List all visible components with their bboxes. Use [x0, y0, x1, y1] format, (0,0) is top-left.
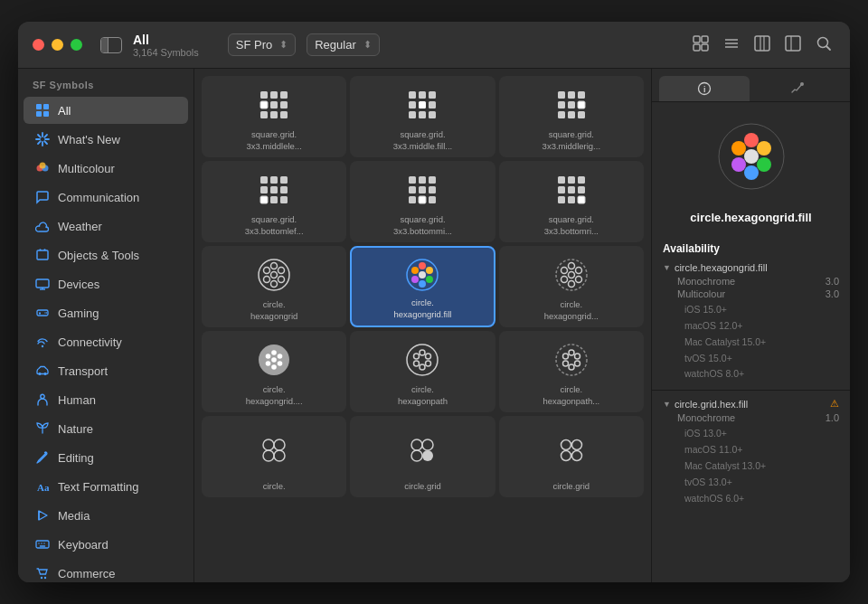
communication-label: Communication: [58, 191, 139, 204]
sidebar-item-objects-tools[interactable]: Objects & Tools: [24, 241, 188, 269]
sq-bottomleft-name: square.grid.3x3.bottomlef...: [245, 214, 304, 237]
sidebar-item-gaming[interactable]: Gaming: [24, 299, 188, 326]
sq-middleright-icon: [503, 83, 640, 126]
sidebar-item-editing[interactable]: Editing: [24, 444, 188, 471]
svg-rect-102: [568, 186, 575, 193]
symbol-cell-hex-small[interactable]: circle.hexagongrid....: [202, 331, 346, 412]
communication-icon: [34, 189, 51, 205]
svg-point-150: [569, 364, 574, 370]
svg-rect-72: [568, 91, 575, 99]
sidebar-item-human[interactable]: Human: [24, 386, 188, 413]
svg-rect-60: [270, 111, 278, 118]
symbol-cell-hexpath2[interactable]: circle.hexagonpath...: [499, 331, 644, 412]
svg-rect-73: [578, 91, 585, 99]
sidebar-item-all[interactable]: All: [24, 97, 188, 124]
grid-view-icon[interactable]: [689, 32, 712, 59]
detail-group-1-header[interactable]: ▼ circle.hexagongrid.fill: [663, 260, 839, 275]
svg-point-137: [266, 354, 271, 359]
symbol-cell-four-circles-fill[interactable]: circle.grid: [350, 416, 495, 497]
four-circles-fill-icon: [354, 423, 491, 477]
minimize-button[interactable]: [52, 39, 63, 51]
symbol-cell-hex-outline2[interactable]: circle.hexagongrid...: [499, 246, 644, 327]
gaming-icon: [34, 305, 51, 321]
symbol-cell-sq-middleleft[interactable]: square.grid.3x3.middlele...: [202, 76, 346, 157]
svg-rect-87: [270, 196, 278, 203]
human-icon: [34, 392, 51, 408]
svg-point-35: [46, 312, 47, 313]
symbol-cell-hexpath[interactable]: circle.hexagonpath: [350, 331, 495, 412]
svg-point-151: [562, 361, 568, 366]
sidebar-item-keyboard[interactable]: Keyboard: [24, 531, 188, 558]
symbol-cell-sq-bottomright[interactable]: square.grid.3x3.bottomri...: [499, 161, 644, 242]
svg-point-108: [271, 262, 278, 269]
detail-group-2-header[interactable]: ▼ circle.grid.hex.fill ⚠: [663, 396, 839, 411]
svg-text:Aa: Aa: [37, 482, 50, 493]
whats-new-icon: [34, 131, 51, 147]
detail-group2-mono-version: 1.0: [826, 412, 839, 423]
sidebar-item-text-formatting[interactable]: Aa Text Formatting: [24, 473, 188, 500]
symbol-cell-hex-outline[interactable]: circle.hexagongrid: [202, 246, 346, 327]
svg-rect-81: [270, 176, 278, 184]
sidebar-item-multicolour[interactable]: Multicolour: [24, 155, 188, 182]
symbol-cell-hex-fill[interactable]: circle.hexagongrid.fill: [350, 246, 495, 327]
svg-point-113: [264, 267, 270, 273]
detail-tab-customize[interactable]: [753, 76, 844, 101]
svg-point-134: [278, 361, 283, 366]
watchos2-version: watchOS 6.0+: [684, 491, 839, 507]
svg-point-161: [561, 439, 571, 449]
svg-rect-29: [36, 279, 49, 288]
svg-point-135: [271, 364, 277, 370]
svg-point-120: [411, 276, 419, 283]
svg-rect-83: [260, 186, 268, 193]
svg-point-175: [744, 149, 759, 164]
sidebar-view-icon[interactable]: [781, 32, 805, 59]
sidebar-item-connectivity[interactable]: Connectivity: [24, 328, 188, 355]
symbol-cell-four-circles-outline[interactable]: circle.grid: [499, 416, 644, 497]
sidebar-item-nature[interactable]: Nature: [24, 415, 188, 442]
devices-icon: [34, 276, 51, 292]
text-formatting-icon: Aa: [34, 478, 51, 495]
svg-rect-17: [43, 111, 49, 117]
sidebar-toggle-button[interactable]: [100, 37, 122, 53]
svg-point-138: [271, 357, 277, 363]
sidebar-item-transport[interactable]: Transport: [24, 357, 188, 384]
sidebar-item-whats-new[interactable]: What's New: [24, 126, 188, 153]
svg-point-136: [266, 361, 271, 366]
list-view-icon[interactable]: [720, 32, 743, 59]
svg-point-132: [271, 350, 277, 355]
sidebar-item-communication[interactable]: Communication: [24, 184, 188, 211]
weight-selector[interactable]: Regular ⬍: [307, 33, 380, 56]
font-selector[interactable]: SF Pro ⬍: [228, 33, 296, 56]
svg-point-140: [420, 350, 425, 355]
detail-tab-info[interactable]: i: [659, 76, 750, 101]
maximize-button[interactable]: [71, 39, 82, 51]
svg-rect-10: [786, 36, 800, 51]
sidebar-item-commerce[interactable]: Commerce: [24, 560, 188, 582]
svg-line-24: [44, 135, 47, 137]
symbol-cell-sq-bottomleft[interactable]: square.grid.3x3.bottomlef...: [202, 161, 346, 242]
svg-rect-90: [419, 176, 426, 184]
sidebar-item-media[interactable]: Media: [24, 502, 188, 529]
sidebar-item-weather[interactable]: Weather: [24, 212, 188, 240]
symbol-cell-sq-middlefill[interactable]: square.grid.3x3.middle.fill...: [350, 76, 495, 157]
group2-chevron-icon: ▼: [663, 400, 671, 409]
svg-rect-82: [280, 176, 288, 184]
svg-rect-57: [270, 101, 278, 109]
symbol-cell-sq-bottommid[interactable]: square.grid.3x3.bottommi...: [350, 161, 495, 242]
close-button[interactable]: [33, 39, 44, 51]
svg-point-145: [414, 354, 420, 359]
symbol-cell-sq-middleright[interactable]: square.grid.3x3.middlerig...: [499, 76, 644, 157]
svg-rect-56: [260, 101, 268, 109]
svg-rect-76: [578, 101, 585, 109]
svg-point-141: [426, 354, 431, 359]
hex-fill-name: circle.hexagongrid.fill: [394, 297, 452, 320]
svg-rect-15: [43, 104, 49, 109]
search-icon[interactable]: [812, 32, 835, 59]
svg-point-164: [571, 450, 581, 460]
svg-marker-41: [39, 511, 47, 520]
symbol-cell-four-circles[interactable]: circle.: [202, 416, 346, 497]
sidebar-item-devices[interactable]: Devices: [24, 270, 188, 297]
detail-group1-mono-label: Monochrome: [677, 276, 735, 287]
svg-point-109: [278, 267, 285, 273]
panel-view-icon[interactable]: [750, 32, 774, 59]
